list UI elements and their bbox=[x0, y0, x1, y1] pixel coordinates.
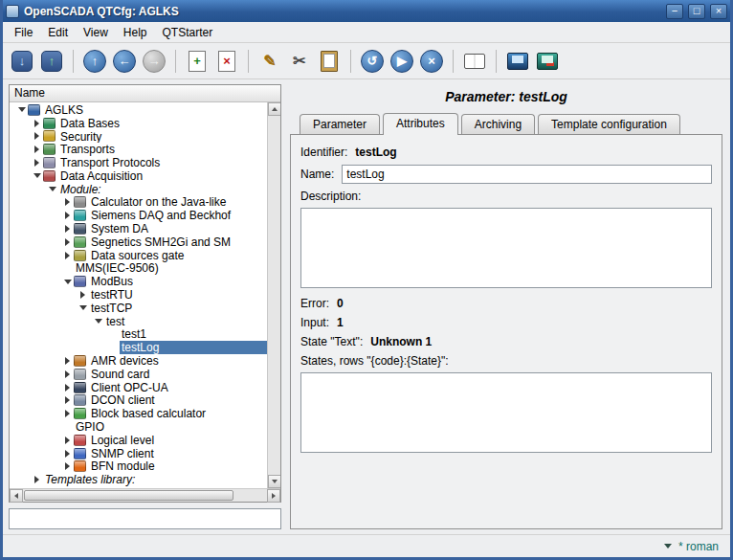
manual-button[interactable] bbox=[461, 48, 488, 75]
expand-closed-icon[interactable] bbox=[61, 198, 74, 206]
load-from-db-button[interactable]: ↓ bbox=[9, 48, 35, 75]
expand-closed-icon[interactable] bbox=[61, 462, 74, 470]
expand-closed-icon[interactable] bbox=[31, 132, 43, 140]
tree-item-testrtu[interactable]: testRTU bbox=[10, 288, 267, 302]
tree-item-data-acquisition[interactable]: Data Acquisition bbox=[10, 169, 267, 183]
close-button[interactable]: × bbox=[710, 4, 727, 19]
expand-closed-icon[interactable] bbox=[61, 410, 74, 417]
expand-open-icon[interactable] bbox=[31, 173, 43, 178]
expand-closed-icon[interactable] bbox=[61, 238, 74, 246]
save-to-db-button[interactable]: ↑ bbox=[38, 48, 65, 75]
tree-item-snmp-client[interactable]: SNMP client bbox=[10, 447, 267, 460]
tree-filter-input[interactable] bbox=[9, 508, 281, 529]
tab-parameter[interactable]: Parameter bbox=[300, 114, 380, 134]
expand-open-icon[interactable] bbox=[15, 107, 28, 112]
tray-expand-icon[interactable] bbox=[664, 544, 672, 549]
tree-item-security[interactable]: Security bbox=[10, 130, 267, 144]
paste-item-button[interactable] bbox=[316, 48, 343, 75]
item-up-button[interactable]: ↑ bbox=[81, 48, 108, 75]
tree-item-logical-level[interactable]: Logical level bbox=[10, 434, 267, 447]
horizontal-scroll-track[interactable] bbox=[23, 489, 267, 502]
panel-splitter[interactable] bbox=[281, 84, 288, 529]
expand-closed-icon[interactable] bbox=[31, 120, 43, 127]
expand-closed-icon[interactable] bbox=[31, 146, 43, 153]
tree-item-bfn-module[interactable]: BFN module bbox=[10, 460, 267, 474]
copy-item-button[interactable]: ✎ bbox=[256, 48, 283, 75]
tree-item-dcon-client[interactable]: DCON client bbox=[10, 394, 267, 408]
add-item-button[interactable]: + bbox=[184, 48, 211, 75]
cut-item-button[interactable]: ✂ bbox=[286, 48, 313, 75]
expand-closed-icon[interactable] bbox=[61, 370, 74, 378]
stop-updating-button[interactable]: × bbox=[418, 48, 445, 75]
tree-item-data-bases[interactable]: Data Bases bbox=[10, 117, 267, 130]
tree-item-module[interactable]: Module: bbox=[10, 183, 267, 196]
tree-item-transport-protocols[interactable]: Transport Protocols bbox=[10, 156, 267, 169]
expand-closed-icon[interactable] bbox=[61, 450, 74, 458]
tree-item-system-da[interactable]: System DA bbox=[10, 222, 267, 235]
menu-help[interactable]: Help bbox=[116, 24, 155, 41]
menu-edit[interactable]: Edit bbox=[40, 24, 76, 41]
menu-qtstarter[interactable]: QTStarter bbox=[155, 24, 221, 41]
tree-item-modbus[interactable]: ModBus bbox=[10, 275, 267, 288]
item-next-button[interactable]: → bbox=[141, 48, 167, 75]
maximize-button[interactable]: □ bbox=[688, 4, 705, 19]
tree-item-client-opc-ua[interactable]: Client OPC-UA bbox=[10, 381, 267, 394]
qtstarter-vision-button[interactable] bbox=[534, 48, 561, 75]
expand-open-icon[interactable] bbox=[61, 280, 74, 284]
tree-item-gpio[interactable]: GPIO bbox=[10, 420, 267, 434]
refresh-button[interactable]: ↺ bbox=[359, 48, 386, 75]
tree-horizontal-scrollbar[interactable] bbox=[10, 488, 280, 502]
scroll-right-icon[interactable] bbox=[267, 489, 280, 503]
tab-attributes[interactable]: Attributes bbox=[383, 113, 458, 135]
tree-item-amr-devices[interactable]: AMR devices bbox=[10, 354, 267, 368]
menu-view[interactable]: View bbox=[76, 24, 116, 41]
minimize-button[interactable]: − bbox=[666, 4, 683, 19]
tree-item-testlog[interactable]: testLog bbox=[10, 341, 267, 354]
titlebar[interactable]: OpenSCADA QTCfg: AGLKS − □ × bbox=[3, 0, 730, 22]
tab-archiving[interactable]: Archiving bbox=[461, 114, 535, 134]
scroll-down-icon[interactable] bbox=[268, 475, 280, 488]
expand-closed-icon[interactable] bbox=[61, 396, 74, 404]
tree-item-data-sources-gate[interactable]: Data sources gate bbox=[10, 249, 267, 262]
expand-open-icon[interactable] bbox=[92, 319, 104, 324]
item-previous-button[interactable]: ← bbox=[111, 48, 138, 75]
tab-template-configuration[interactable]: Template configuration bbox=[538, 114, 680, 134]
expand-closed-icon[interactable] bbox=[61, 437, 74, 444]
description-textarea[interactable] bbox=[300, 208, 712, 288]
tree-item-block-based-calculator[interactable]: Block based calculator bbox=[10, 407, 267, 420]
scroll-left-icon[interactable] bbox=[10, 489, 23, 503]
start-updating-button[interactable]: ▶ bbox=[389, 48, 415, 75]
delete-item-button[interactable]: × bbox=[213, 48, 240, 75]
expand-closed-icon[interactable] bbox=[61, 225, 74, 233]
expand-closed-icon[interactable] bbox=[77, 291, 89, 299]
app-icon[interactable] bbox=[6, 5, 19, 18]
horizontal-scroll-thumb[interactable] bbox=[24, 490, 233, 501]
tree-item-sound-card[interactable]: Sound card bbox=[10, 368, 267, 381]
expand-closed-icon[interactable] bbox=[61, 384, 74, 392]
menu-file[interactable]: File bbox=[7, 24, 40, 41]
expand-closed-icon[interactable] bbox=[61, 252, 74, 259]
expand-closed-icon[interactable] bbox=[61, 212, 74, 219]
tree-item-testtcp[interactable]: testTCP bbox=[10, 302, 267, 315]
tree-item-calculator-on-the-java-like[interactable]: Calculator on the Java-like bbox=[10, 196, 267, 210]
expand-open-icon[interactable] bbox=[77, 305, 89, 310]
tree-item-test[interactable]: test bbox=[10, 315, 267, 328]
tree-item-test1[interactable]: test1 bbox=[10, 328, 267, 342]
tree-item-aglks[interactable]: AGLKS bbox=[10, 103, 267, 117]
scroll-up-icon[interactable] bbox=[268, 102, 280, 116]
vertical-scroll-track[interactable] bbox=[268, 116, 280, 475]
states-rows-textarea[interactable] bbox=[300, 372, 712, 453]
tree-item-templates-library[interactable]: Templates library: bbox=[10, 473, 267, 486]
tree-item-transports[interactable]: Transports bbox=[10, 143, 267, 156]
qtstarter-configurator-button[interactable] bbox=[504, 48, 531, 75]
expand-closed-icon[interactable] bbox=[31, 476, 43, 483]
tree-item-label: testRTU bbox=[89, 288, 267, 302]
tree-vertical-scrollbar[interactable] bbox=[267, 102, 280, 488]
expand-open-icon[interactable] bbox=[46, 187, 58, 191]
expand-closed-icon[interactable] bbox=[31, 159, 43, 167]
name-input[interactable] bbox=[342, 165, 712, 184]
tree-item-segnetics-smh2gi-and-sm[interactable]: Segnetics SMH2Gi and SM bbox=[10, 235, 267, 249]
tree-item-siemens-daq-and-beckhof[interactable]: Siemens DAQ and Beckhof bbox=[10, 209, 267, 222]
expand-closed-icon[interactable] bbox=[61, 357, 74, 365]
tree-item-mms-iec-9506[interactable]: MMS(IEC-9506) bbox=[10, 262, 267, 276]
